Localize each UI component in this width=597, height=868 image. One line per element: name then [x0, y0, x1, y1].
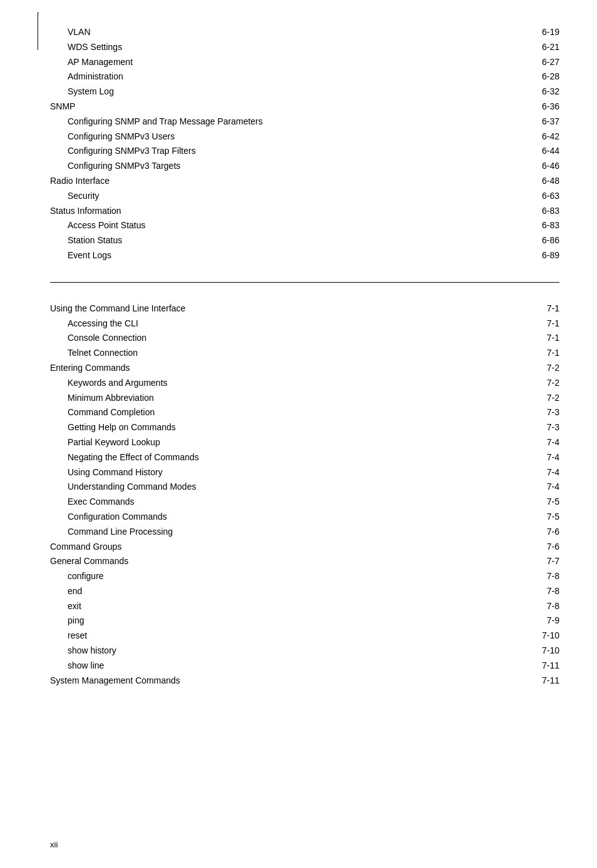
toc-entry-page: 7-6 — [522, 540, 559, 555]
toc-entry-page: 7-1 — [522, 331, 559, 346]
toc-entry-label: WDS Settings — [68, 40, 522, 55]
toc-entry-label: System Log — [68, 84, 522, 99]
toc-entry-label: SNMP — [50, 99, 522, 114]
toc-entry-label: reset — [68, 628, 522, 643]
toc-entry-label: ping — [68, 613, 522, 628]
toc-entry-page: 7-3 — [522, 405, 559, 420]
toc-entry: Command Completion7-3 — [50, 405, 559, 420]
toc-entry-page: 7-1 — [522, 346, 559, 361]
toc-entry-label: Exec Commands — [68, 495, 522, 510]
toc-section-1: VLAN6-19WDS Settings6-21AP Management6-2… — [50, 25, 559, 263]
toc-entry: Negating the Effect of Commands7-4 — [50, 450, 559, 465]
toc-entry-label: Keywords and Arguments — [68, 376, 522, 391]
toc-entry-label: Configuring SNMP and Trap Message Parame… — [68, 114, 522, 129]
toc-entry-label: Using Command History — [68, 465, 522, 480]
toc-entry: ping7-9 — [50, 613, 559, 628]
toc-entry-page: 7-2 — [522, 391, 559, 406]
toc-entry: Radio Interface6-48 — [50, 174, 559, 189]
toc-entry: Configuring SNMPv3 Trap Filters6-44 — [50, 144, 559, 159]
toc-entry-page: 7-2 — [522, 361, 559, 376]
toc-entry-label: Configuring SNMPv3 Users — [68, 129, 522, 144]
toc-entry-label: Understanding Command Modes — [68, 480, 522, 495]
toc-entry: AP Management6-27 — [50, 55, 559, 70]
toc-entry-label: Using the Command Line Interface — [50, 301, 522, 316]
toc-entry-page: 6-37 — [522, 114, 559, 129]
toc-entry-label: Configuration Commands — [68, 510, 522, 525]
toc-entry-page: 7-5 — [522, 510, 559, 525]
section-divider — [50, 282, 559, 283]
toc-entry-label: exit — [68, 599, 522, 614]
toc-entry: Command Groups7-6 — [50, 540, 559, 555]
toc-entry-page: 7-5 — [522, 495, 559, 510]
toc-entry-page: 7-10 — [522, 628, 559, 643]
toc-entry: Status Information6-83 — [50, 204, 559, 219]
toc-entry-page: 7-4 — [522, 450, 559, 465]
toc-entry-page: 7-4 — [522, 465, 559, 480]
toc-entry-label: show line — [68, 659, 522, 674]
toc-entry: Command Line Processing7-6 — [50, 525, 559, 540]
toc-entry-page: 7-8 — [522, 599, 559, 614]
toc-entry-label: Event Logs — [68, 248, 522, 263]
toc-entry-label: Station Status — [68, 233, 522, 248]
toc-entry: SNMP6-36 — [50, 99, 559, 114]
toc-entry: Access Point Status6-83 — [50, 218, 559, 233]
toc-entry-label: Negating the Effect of Commands — [68, 450, 522, 465]
toc-entry-label: Radio Interface — [50, 174, 522, 189]
toc-entry: Station Status6-86 — [50, 233, 559, 248]
toc-entry-page: 7-8 — [522, 584, 559, 599]
toc-entry-label: end — [68, 584, 522, 599]
toc-entry-page: 7-1 — [522, 316, 559, 331]
toc-entry-page: 7-2 — [522, 376, 559, 391]
toc-entry-label: Configuring SNMPv3 Targets — [68, 159, 522, 174]
toc-entry-label: Command Line Processing — [68, 525, 522, 540]
toc-entry-label: Partial Keyword Lookup — [68, 435, 522, 450]
toc-entry-page: 6-86 — [522, 233, 559, 248]
toc-entry: Console Connection7-1 — [50, 331, 559, 346]
toc-entry: Accessing the CLI7-1 — [50, 316, 559, 331]
toc-entry: Understanding Command Modes7-4 — [50, 480, 559, 495]
toc-entry: VLAN6-19 — [50, 25, 559, 40]
toc-entry-label: Security — [68, 189, 522, 204]
toc-entry-page: 6-44 — [522, 144, 559, 159]
toc-entry: Configuration Commands7-5 — [50, 510, 559, 525]
toc-entry-label: AP Management — [68, 55, 522, 70]
toc-entry-page: 6-46 — [522, 159, 559, 174]
toc-entry-page: 6-36 — [522, 99, 559, 114]
toc-entry-label: Entering Commands — [50, 361, 522, 376]
toc-entry-page: 7-9 — [522, 613, 559, 628]
toc-entry: Configuring SNMP and Trap Message Parame… — [50, 114, 559, 129]
page-number: xii — [50, 840, 58, 849]
toc-entry-page: 7-4 — [522, 435, 559, 450]
toc-entry: Keywords and Arguments7-2 — [50, 376, 559, 391]
toc-entry-label: Minimum Abbreviation — [68, 391, 522, 406]
toc-entry-page: 6-83 — [522, 218, 559, 233]
toc-entry-page: 6-19 — [522, 25, 559, 40]
toc-entry: System Management Commands7-11 — [50, 674, 559, 689]
toc-entry: exit7-8 — [50, 599, 559, 614]
toc-entry: Minimum Abbreviation7-2 — [50, 391, 559, 406]
toc-entry: System Log6-32 — [50, 84, 559, 99]
toc-entry-page: 7-1 — [522, 301, 559, 316]
toc-entry-page: 7-8 — [522, 569, 559, 584]
page-container: VLAN6-19WDS Settings6-21AP Management6-2… — [0, 0, 597, 868]
toc-entry-page: 6-48 — [522, 174, 559, 189]
toc-entry: reset7-10 — [50, 628, 559, 643]
toc-entry-label: Configuring SNMPv3 Trap Filters — [68, 144, 522, 159]
toc-entry-label: System Management Commands — [50, 674, 522, 689]
toc-entry-label: Administration — [68, 69, 522, 84]
toc-entry-page: 7-7 — [522, 554, 559, 569]
toc-entry-label: Command Groups — [50, 540, 522, 555]
toc-entry-page: 7-11 — [522, 674, 559, 689]
toc-entry-page: 7-6 — [522, 525, 559, 540]
toc-entry-page: 6-28 — [522, 69, 559, 84]
toc-entry-label: General Commands — [50, 554, 522, 569]
toc-entry: Configuring SNMPv3 Targets6-46 — [50, 159, 559, 174]
toc-entry-label: Status Information — [50, 204, 522, 219]
toc-entry: Configuring SNMPv3 Users6-42 — [50, 129, 559, 144]
toc-entry-label: Access Point Status — [68, 218, 522, 233]
toc-entry-page: 6-27 — [522, 55, 559, 70]
toc-entry-label: show history — [68, 643, 522, 659]
toc-entry-label: VLAN — [68, 25, 522, 40]
toc-entry: Event Logs6-89 — [50, 248, 559, 263]
toc-entry-label: Console Connection — [68, 331, 522, 346]
